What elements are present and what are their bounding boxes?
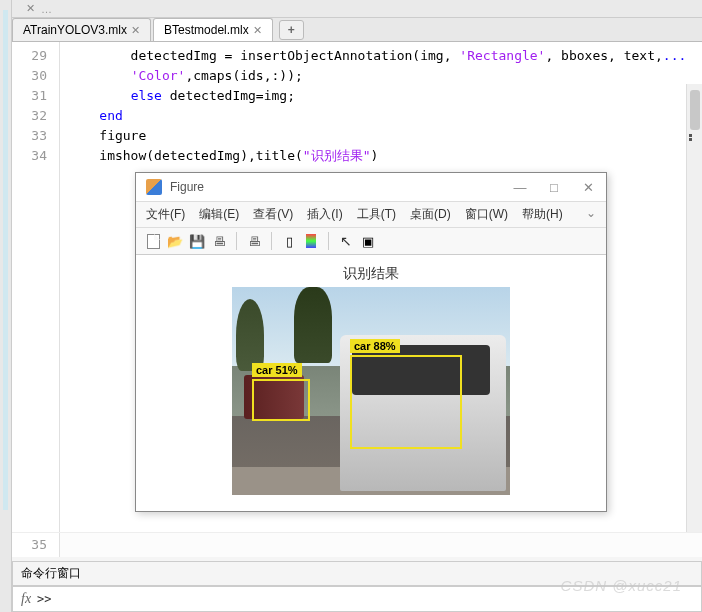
close-icon[interactable]: ✕	[131, 24, 140, 37]
vertical-scrollbar[interactable]	[686, 84, 702, 532]
figure-toolbar: 📂 💾 🖶 🖶 ▯ ↖ ▣	[136, 228, 606, 255]
breadcrumb-text: …	[41, 3, 52, 15]
tab-atrainyolov3[interactable]: ATrainYOLOV3.mlx ✕	[12, 18, 151, 41]
code-marker	[689, 134, 692, 137]
code-text: imshow(detectedImg),title(	[99, 148, 303, 163]
close-icon[interactable]: ✕	[253, 24, 262, 37]
menu-edit[interactable]: 编辑(E)	[199, 206, 239, 223]
code-string: 'Rectangle'	[459, 48, 545, 63]
detection-bbox: car 88%	[350, 355, 462, 449]
line-number: 30	[16, 66, 47, 86]
detection-bbox: car 51%	[252, 379, 310, 421]
folder-open-icon: 📂	[167, 234, 183, 249]
detection-label: car 51%	[252, 363, 302, 377]
data-cursor-button[interactable]: ▣	[359, 232, 377, 250]
new-figure-button[interactable]	[144, 232, 162, 250]
background-tree	[236, 299, 264, 371]
detection-label: car 88%	[350, 339, 400, 353]
toolbar-separator	[328, 232, 329, 250]
menu-view[interactable]: 查看(V)	[253, 206, 293, 223]
open-button[interactable]: 📂	[166, 232, 184, 250]
figure-titlebar[interactable]: Figure — □ ✕	[136, 173, 606, 202]
colorbar-icon	[306, 234, 316, 248]
code-text: detectedImg = insertObjectAnnotation(img…	[68, 48, 459, 63]
toolbar-separator	[236, 232, 237, 250]
chart-title: 识别结果	[343, 265, 399, 283]
code-text: figure	[99, 128, 146, 143]
command-prompt: >>	[37, 592, 51, 606]
data-cursor-icon: ▣	[362, 234, 374, 249]
window-title: Figure	[170, 180, 512, 194]
code-text: , bboxes, text,	[545, 48, 662, 63]
code-continuation: ...	[663, 48, 686, 63]
toolbar-separator	[271, 232, 272, 250]
background-tree	[294, 287, 332, 363]
line-number-gutter: 29 30 31 32 33 34	[12, 42, 60, 532]
floppy-disk-icon: 💾	[189, 234, 205, 249]
line-number: 32	[16, 106, 47, 126]
matlab-figure-icon	[146, 179, 162, 195]
print-button[interactable]: 🖶	[210, 232, 228, 250]
figure-window[interactable]: Figure — □ ✕ 文件(F) 编辑(E) 查看(V) 插入(I) 工具(…	[135, 172, 607, 512]
link-axes-button[interactable]: ▯	[280, 232, 298, 250]
save-button[interactable]: 💾	[188, 232, 206, 250]
print-preview-button[interactable]: 🖶	[245, 232, 263, 250]
close-icon[interactable]: ✕	[26, 2, 35, 15]
menu-window[interactable]: 窗口(W)	[465, 206, 508, 223]
breadcrumb-bar: ✕ …	[12, 0, 702, 18]
link-icon: ▯	[286, 234, 293, 249]
line-number: 35	[12, 533, 60, 557]
tab-label: BTestmodel.mlx	[164, 23, 249, 37]
minimize-button[interactable]: —	[512, 180, 528, 195]
line-number: 31	[16, 86, 47, 106]
add-tab-button[interactable]: +	[279, 20, 304, 40]
fx-icon[interactable]: fx	[21, 591, 31, 607]
close-button[interactable]: ✕	[580, 180, 596, 195]
code-text: ,cmaps(ids,:));	[185, 68, 302, 83]
line-number: 29	[16, 46, 47, 66]
code-string: "识别结果"	[303, 148, 371, 163]
tab-label: ATrainYOLOV3.mlx	[23, 23, 127, 37]
menu-desktop[interactable]: 桌面(D)	[410, 206, 451, 223]
command-window[interactable]: fx >>	[12, 586, 702, 612]
new-file-icon	[147, 234, 160, 249]
code-keyword: end	[99, 108, 122, 123]
command-window-label: 命令行窗口	[12, 561, 702, 586]
menu-overflow-icon[interactable]: ⌄	[586, 206, 596, 223]
figure-axes: 识别结果 car 51% car 88%	[136, 255, 606, 511]
code-string: 'Color'	[131, 68, 186, 83]
detection-image: car 51% car 88%	[232, 287, 510, 495]
editor-bottom-row: 35	[12, 532, 702, 557]
code-text: detectedImg=img;	[162, 88, 295, 103]
menu-insert[interactable]: 插入(I)	[307, 206, 342, 223]
tab-btestmodel[interactable]: BTestmodel.mlx ✕	[153, 18, 273, 41]
code-keyword: else	[131, 88, 162, 103]
line-number: 34	[16, 146, 47, 166]
code-text: )	[370, 148, 378, 163]
menu-file[interactable]: 文件(F)	[146, 206, 185, 223]
pointer-button[interactable]: ↖	[337, 232, 355, 250]
printer-icon: 🖶	[248, 234, 261, 249]
figure-menubar: 文件(F) 编辑(E) 查看(V) 插入(I) 工具(T) 桌面(D) 窗口(W…	[136, 202, 606, 228]
code-marker	[689, 138, 692, 141]
window-controls: — □ ✕	[512, 180, 596, 195]
printer-icon: 🖶	[213, 234, 226, 249]
pointer-icon: ↖	[340, 233, 352, 249]
colorbar-button[interactable]	[302, 232, 320, 250]
maximize-button[interactable]: □	[546, 180, 562, 195]
editor-tabs: ATrainYOLOV3.mlx ✕ BTestmodel.mlx ✕ +	[12, 18, 702, 42]
menu-help[interactable]: 帮助(H)	[522, 206, 563, 223]
menu-tools[interactable]: 工具(T)	[357, 206, 396, 223]
line-number: 33	[16, 126, 47, 146]
vertical-ruler	[0, 0, 12, 612]
